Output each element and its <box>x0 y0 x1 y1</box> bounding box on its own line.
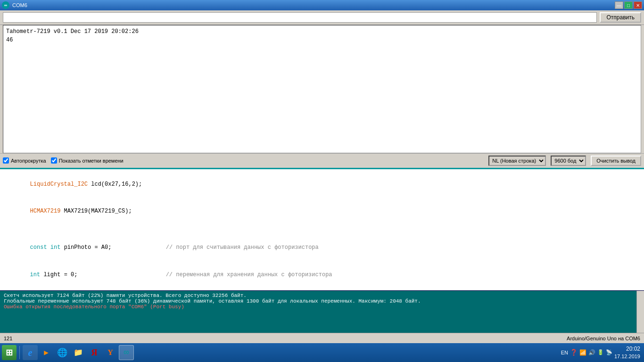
board-info: Arduino/Genuino Uno на COM6 <box>567 336 640 341</box>
autoscroll-checkbox[interactable] <box>3 157 9 164</box>
taskbar-yandex-browser[interactable]: Y <box>103 345 118 360</box>
taskbar-ie[interactable]: e <box>23 345 38 360</box>
timestamp-checkbox[interactable] <box>51 157 57 164</box>
line-number: 121 <box>4 336 12 341</box>
system-clock: 20:02 17.12.2019 <box>614 346 640 360</box>
clock-time: 20:02 <box>614 346 640 353</box>
clock-date: 17.12.2019 <box>614 353 640 360</box>
arduino-icon: ∞ <box>124 348 129 357</box>
console-area: Скетч использует 7124 байт (22%) памяти … <box>0 290 644 333</box>
serial-bottom-bar: Автопрокрутка Показать отметки времени N… <box>0 153 644 168</box>
console-line-2: Глобальные переменные используют 748 бай… <box>4 298 640 304</box>
taskbar-separator-1 <box>19 346 20 359</box>
taskbar-player[interactable]: ▶ <box>39 345 54 360</box>
tray-help-icon: ❓ <box>570 349 578 356</box>
chrome-icon: 🌐 <box>57 347 67 358</box>
player-icon: ▶ <box>44 348 49 357</box>
taskbar: ⊞ e ▶ 🌐 📁 Я Y ∞ EN ❓ 📶 🔊 🔋 📡 20:02 17.12… <box>0 343 644 362</box>
status-bar: 121 Arduino/Genuino Uno на COM6 <box>0 333 644 343</box>
autoscroll-checkbox-label[interactable]: Автопрокрутка <box>3 157 46 164</box>
tray-signal-icon: 📡 <box>606 349 612 355</box>
taskbar-explorer[interactable]: 📁 <box>71 345 86 360</box>
taskbar-chrome[interactable]: 🌐 <box>55 345 70 360</box>
app-icon: ∞ <box>2 1 9 9</box>
send-button[interactable]: Отправить <box>600 12 641 23</box>
taskbar-yandex[interactable]: Я <box>87 345 102 360</box>
yandex-browser-icon: Y <box>107 348 113 357</box>
serial-input[interactable] <box>3 12 597 23</box>
serial-line-1: Tahometr-7219 v0.1 Dec 17 2019 20:02:26 <box>6 28 638 37</box>
code-line-blank <box>3 225 641 234</box>
code-editor[interactable]: LiquidCrystal_I2C lcd(0x27,16,2); HCMAX7… <box>0 169 644 291</box>
console-scrollbar[interactable] <box>636 291 644 333</box>
minimize-button[interactable]: — <box>615 1 623 9</box>
autoscroll-label: Автопрокрутка <box>11 158 46 164</box>
code-line-1: LiquidCrystal_I2C lcd(0x27,16,2); <box>3 171 641 198</box>
window-controls: — □ ✕ <box>615 1 642 9</box>
timestamp-checkbox-label[interactable]: Показать отметки времени <box>51 157 124 164</box>
tray-volume-icon: 🔊 <box>588 349 595 356</box>
code-line-2: HCMAX7219 MAX7219(MAX7219_CS); <box>3 198 641 225</box>
title-bar: ∞ COM6 — □ ✕ <box>0 0 644 10</box>
yandex-icon: Я <box>91 348 98 358</box>
newline-select[interactable]: NL (Новая строка) <box>488 156 546 166</box>
code-content: LiquidCrystal_I2C lcd(0x27,16,2); HCMAX7… <box>0 169 644 291</box>
baud-select[interactable]: 9600 бод <box>551 156 586 166</box>
window-title: COM6 <box>12 2 615 8</box>
code-line-5: int light = 0; // переменная для хранени… <box>3 261 641 288</box>
timestamp-label: Показать отметки времени <box>59 158 124 164</box>
ie-icon: e <box>28 347 33 358</box>
serial-line-2: 46 <box>6 37 638 45</box>
code-line-4: const int pinPhoto = A0; // порт для счи… <box>3 234 641 262</box>
console-line-1: Скетч использует 7124 байт (22%) памяти … <box>4 293 640 298</box>
taskbar-arduino[interactable]: ∞ <box>119 345 134 360</box>
tray-network-icon: 📶 <box>579 349 586 356</box>
start-button[interactable]: ⊞ <box>2 345 17 360</box>
console-error-line: Ошибка открытия последовательного порта … <box>4 304 640 310</box>
clear-button[interactable]: Очистить вывод <box>591 156 641 166</box>
start-icon: ⊞ <box>6 347 13 358</box>
serial-input-bar: Отправить <box>0 10 644 25</box>
serial-output[interactable]: Tahometr-7219 v0.1 Dec 17 2019 20:02:26 … <box>3 25 641 153</box>
tray-lang: EN <box>561 350 568 355</box>
tray-battery-icon: 🔋 <box>597 349 604 355</box>
system-tray: EN ❓ 📶 🔊 🔋 📡 20:02 17.12.2019 <box>559 346 642 360</box>
close-button[interactable]: ✕ <box>634 1 642 9</box>
main-window: ∞ COM6 — □ ✕ Отправить Tahometr-7219 v0.… <box>0 0 644 343</box>
explorer-icon: 📁 <box>74 348 83 357</box>
maximize-button[interactable]: □ <box>624 1 633 9</box>
